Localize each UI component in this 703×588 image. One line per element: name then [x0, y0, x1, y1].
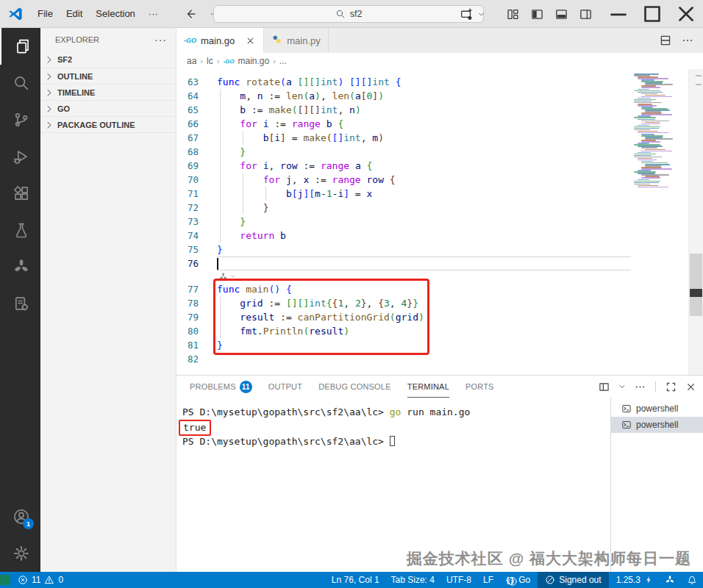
code-line: 75}	[176, 243, 631, 257]
editor-group: -GOmain.gomain.py aa›lc›-GOmain.go›... 6…	[176, 28, 703, 572]
status-item-tab-size-4[interactable]: Tab Size: 4	[385, 572, 440, 588]
sidebar-section-package-outline[interactable]: PACKAGE OUTLINE	[40, 116, 176, 132]
remote-indicator[interactable]	[0, 575, 10, 585]
activity-item-files[interactable]	[0, 28, 40, 65]
explorer-more-button[interactable]: ···	[154, 34, 167, 46]
activity-bar-bottom: 1	[0, 498, 40, 572]
sidebar-right-icon[interactable]	[579, 7, 593, 21]
menu-item-selection[interactable]: Selection	[89, 5, 141, 22]
warning-count: 0	[58, 575, 63, 585]
line-content: grid := [][]int{{1, 2}, {3, 4}}	[217, 296, 631, 310]
sidebar-section-go[interactable]: GO	[40, 100, 176, 116]
sidebar-section-outline[interactable]: OUTLINE	[40, 68, 176, 84]
inline-suggestion-widget[interactable]	[176, 270, 631, 282]
status-item-1.25.3[interactable]: 1.25.3	[610, 572, 659, 588]
split-editor-icon[interactable]	[659, 34, 672, 47]
close-panel-icon[interactable]	[685, 381, 697, 393]
minimap-line	[641, 87, 660, 88]
terminal-list-item[interactable]: powershell	[611, 417, 703, 433]
activity-item-settings-gear[interactable]	[0, 535, 40, 572]
indent-guide	[243, 187, 243, 201]
divider	[655, 381, 656, 392]
error-circle-icon	[18, 575, 28, 585]
indent-guide	[243, 173, 243, 187]
code-line: 76	[176, 257, 631, 270]
activity-item-pinwheel[interactable]	[0, 248, 40, 285]
status-item-pinwheel[interactable]	[659, 572, 681, 588]
back-arrow-icon[interactable]	[184, 7, 197, 21]
sidebar-left-icon[interactable]	[530, 7, 544, 21]
activity-item-account[interactable]: 1	[0, 498, 40, 535]
line-content: b[i] = make([]int, m)	[217, 131, 631, 145]
code-editor[interactable]: 63func rotate(a [][]int) [][]int {64 m, …	[176, 69, 631, 375]
sidebar-section-sf2[interactable]: SF2	[40, 51, 176, 68]
status-item-signed-out[interactable]: Signed out	[538, 572, 608, 588]
code-line: 73 }	[176, 215, 631, 229]
launch-icon[interactable]	[460, 7, 474, 21]
menu-item-edit[interactable]: Edit	[60, 5, 89, 22]
line-content: for i := range b {	[217, 117, 631, 131]
close-tab-icon[interactable]	[245, 35, 256, 46]
chevron-down-icon[interactable]	[618, 382, 627, 391]
bottom-panel: PROBLEMS11OUTPUTDEBUG CONSOLETERMINALPOR…	[176, 375, 703, 572]
line-number: 69	[176, 159, 217, 173]
maximize-panel-icon[interactable]	[665, 381, 677, 393]
panel-tab-ports[interactable]: PORTS	[465, 376, 494, 398]
status-item-utf-8[interactable]: UTF-8	[440, 572, 477, 588]
breadcrumb-separator: ›	[215, 57, 221, 65]
problems-status[interactable]: 11 0	[10, 575, 63, 585]
line-number: 72	[176, 201, 217, 215]
line-number: 73	[176, 215, 217, 229]
pinwheel-icon	[665, 575, 675, 585]
minimap-line	[634, 181, 660, 182]
indent-guide	[220, 117, 221, 131]
activity-item-search[interactable]	[0, 65, 40, 101]
status-item-lf[interactable]: LF	[477, 572, 499, 588]
command-center-search[interactable]: sf2	[213, 5, 484, 23]
indent-guide	[243, 201, 243, 215]
panel-bottom-icon[interactable]	[554, 7, 568, 21]
scrollbar-thumb[interactable]	[690, 254, 702, 316]
maximize-button[interactable]	[635, 0, 669, 28]
menu-item-file[interactable]: File	[31, 5, 60, 22]
breadcrumb-item[interactable]: lc	[207, 56, 213, 66]
panel-tab-problems[interactable]: PROBLEMS11	[190, 376, 252, 398]
editor-more-icon[interactable]	[681, 34, 694, 47]
panel-more-icon[interactable]	[634, 381, 646, 393]
menubar: FileEditSelection···	[31, 5, 165, 22]
chevron-down-icon[interactable]	[477, 10, 485, 18]
close-button[interactable]	[669, 0, 703, 28]
window-controls	[602, 0, 703, 28]
terminal-list-item[interactable]: powershell	[611, 401, 703, 417]
breadcrumb-item[interactable]: ...	[279, 56, 287, 66]
code-line: 78 grid := [][]int{{1, 2}, {3, 4}}	[176, 296, 631, 310]
status-item-ln-76-col-1[interactable]: Ln 76, Col 1	[326, 572, 385, 588]
minimize-button[interactable]	[602, 0, 635, 28]
line-number: 78	[176, 296, 217, 310]
editor-scrollbar[interactable]	[688, 69, 703, 375]
error-count: 11	[32, 575, 40, 585]
activity-item-run-debug[interactable]	[0, 138, 40, 175]
panel-tab-terminal[interactable]: TERMINAL	[407, 376, 449, 398]
error-dot-icon	[507, 576, 518, 587]
menu-item-[interactable]: ···	[142, 5, 165, 22]
activity-item-source-control[interactable]	[0, 101, 40, 138]
sidebar-section-timeline[interactable]: TIMELINE	[40, 84, 176, 100]
panel-tab-debug-console[interactable]: DEBUG CONSOLE	[318, 376, 391, 398]
terminal-output[interactable]: PS D:\mysetup\gopath\src\sf2\aa\lc> go r…	[176, 398, 610, 572]
activity-item-file-gear[interactable]	[0, 285, 40, 322]
panel-tab-output[interactable]: OUTPUT	[268, 376, 302, 398]
tab-main-go[interactable]: -GOmain.go	[176, 28, 264, 53]
breadcrumb-item[interactable]: main.go	[238, 56, 269, 66]
line-content: }	[217, 145, 631, 159]
status-item-bell[interactable]	[681, 572, 703, 588]
layout-grid-icon[interactable]	[506, 7, 520, 21]
status-item-go[interactable]: {}Go	[499, 572, 536, 588]
activity-item-test-flask[interactable]	[0, 212, 40, 248]
breadcrumb-item[interactable]: aa	[187, 56, 196, 66]
tab-main-py[interactable]: main.py	[264, 28, 329, 53]
indent-guide	[265, 187, 266, 201]
terminal-split-icon[interactable]	[598, 381, 610, 393]
minimap[interactable]	[631, 69, 688, 375]
activity-item-extensions[interactable]	[0, 175, 40, 212]
